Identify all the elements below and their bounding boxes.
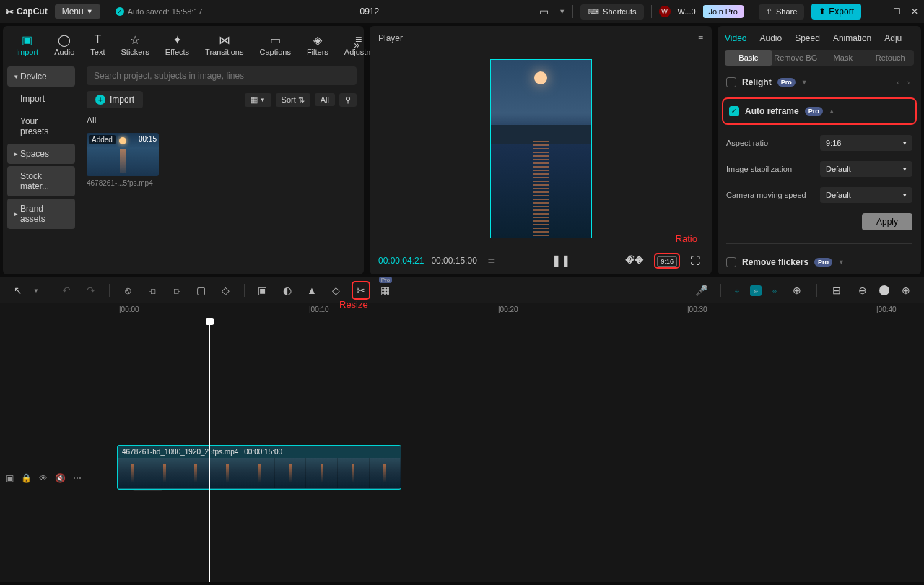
marker-tool[interactable]: ◇ bbox=[217, 281, 235, 300]
prop-nav-icons[interactable]: ‹ › bbox=[897, 79, 912, 87]
relight-row[interactable]: Relight Pro ▼ ‹ › bbox=[726, 77, 912, 87]
mirror-tool[interactable]: ▲ bbox=[302, 281, 321, 300]
relight-checkbox[interactable] bbox=[726, 77, 736, 87]
crop-tool[interactable]: ✂ bbox=[352, 281, 370, 300]
tab-import[interactable]: ▣Import bbox=[9, 30, 45, 59]
sidebar-item-stock[interactable]: Stock mater... bbox=[7, 166, 75, 196]
menu-button[interactable]: Menu ▼ bbox=[55, 4, 100, 19]
scale-icon[interactable]: �ි� bbox=[622, 253, 647, 268]
duplicate-tool[interactable]: ▣ bbox=[253, 281, 272, 300]
tab-effects[interactable]: ✦Effects bbox=[158, 30, 196, 59]
timeline-tracks[interactable]: ▣ 🔒 👁 🔇 ⋯ ✎ Cover 4678261-hd_1080_1920_2… bbox=[0, 321, 924, 582]
filter-all-button[interactable]: All bbox=[315, 93, 335, 106]
media-clip[interactable]: Added 00:15 4678261-...5fps.mp4 bbox=[87, 133, 159, 187]
pro-badge: Pro bbox=[805, 107, 823, 116]
user-avatar[interactable]: W bbox=[659, 6, 671, 17]
timeline-ruler[interactable]: |00:00 |00:10 |00:20 |00:30 |00:40 bbox=[116, 303, 924, 318]
subtab-basic[interactable]: Basic bbox=[725, 50, 772, 66]
tab-audio[interactable]: ◯Audio bbox=[47, 30, 82, 59]
remove-flickers-row[interactable]: Remove flickers Pro ▼ bbox=[726, 257, 912, 267]
pause-button[interactable]: ❚❚ bbox=[549, 252, 573, 269]
close-icon[interactable]: ✕ bbox=[911, 6, 918, 17]
zoom-slider[interactable] bbox=[879, 285, 889, 295]
track-more-icon[interactable]: ⋯ bbox=[73, 473, 82, 483]
sidebar-item-device[interactable]: ▾Device bbox=[7, 66, 75, 87]
track-visibility-icon[interactable]: 👁 bbox=[39, 473, 48, 483]
subtab-retouch[interactable]: Retouch bbox=[867, 50, 915, 66]
tab-transitions[interactable]: ⋈Transitions bbox=[198, 30, 250, 59]
view-grid-button[interactable]: ▦ ▼ bbox=[245, 93, 271, 107]
text-icon: T bbox=[95, 33, 102, 46]
mic-icon[interactable]: 🎤 bbox=[692, 281, 710, 300]
zoom-fit-icon[interactable]: ⊕ bbox=[897, 281, 915, 300]
track-mute-icon[interactable]: 🔇 bbox=[55, 473, 66, 483]
trim-right-tool[interactable]: ⟥ bbox=[167, 281, 186, 300]
sidebar-item-presets[interactable]: Your presets bbox=[7, 111, 75, 142]
share-button[interactable]: ⇧ Share bbox=[759, 4, 804, 20]
tabs-more-icon[interactable]: » bbox=[354, 39, 359, 51]
redo-button[interactable]: ↷ bbox=[82, 281, 100, 300]
search-input[interactable] bbox=[87, 66, 357, 85]
sidebar-item-import[interactable]: Import bbox=[7, 89, 75, 109]
tab-animation[interactable]: Animation bbox=[833, 33, 871, 41]
filter-icon-button[interactable]: ⚲ bbox=[339, 93, 357, 107]
playhead[interactable] bbox=[209, 321, 210, 582]
magnet-tool-2[interactable]: ⟐ bbox=[750, 285, 762, 296]
layout-icon[interactable]: ▭ bbox=[536, 4, 552, 19]
sidebar-item-brand[interactable]: ▸Brand assets bbox=[7, 199, 75, 229]
apply-button[interactable]: Apply bbox=[862, 213, 912, 230]
tab-filters[interactable]: ◈Filters bbox=[300, 30, 336, 59]
aspect-ratio-select[interactable]: 9:16▾ bbox=[820, 135, 912, 151]
media-thumbnails: Added 00:15 4678261-...5fps.mp4 bbox=[87, 133, 357, 187]
track-expand-icon[interactable]: ▣ bbox=[6, 473, 14, 483]
magnet-tool-1[interactable]: ⟐ bbox=[731, 285, 743, 296]
minimize-icon[interactable]: — bbox=[874, 6, 883, 17]
subtab-mask[interactable]: Mask bbox=[819, 50, 867, 66]
timeline-clip[interactable]: 4678261-hd_1080_1920_25fps.mp4 00:00:15:… bbox=[117, 445, 401, 490]
selection-tool[interactable]: ↖ bbox=[9, 281, 27, 300]
level-icon[interactable]: ≣ bbox=[484, 254, 499, 268]
chevron-up-icon[interactable]: ▲ bbox=[829, 108, 835, 115]
ratio-button[interactable]: 9:16 bbox=[657, 256, 677, 266]
enhance-tool[interactable]: ▦Pro bbox=[376, 281, 395, 300]
sort-button[interactable]: Sort ⇅ bbox=[276, 93, 310, 107]
join-pro-button[interactable]: Join Pro bbox=[703, 5, 744, 18]
split-tool[interactable]: ⎋ bbox=[118, 281, 137, 300]
chevron-down-icon[interactable]: ▼ bbox=[559, 8, 565, 15]
import-button[interactable]: + Import bbox=[87, 91, 143, 108]
trim-left-tool[interactable]: ⟤ bbox=[143, 281, 162, 300]
undo-button[interactable]: ↶ bbox=[57, 281, 76, 300]
tab-video[interactable]: Video bbox=[725, 33, 746, 41]
maximize-icon[interactable]: ☐ bbox=[893, 6, 901, 17]
chevron-down-icon[interactable]: ▼ bbox=[838, 259, 845, 266]
tab-captions[interactable]: ▭Captions bbox=[252, 30, 297, 59]
chevron-down-icon[interactable]: ▼ bbox=[33, 287, 39, 294]
zoom-in-icon[interactable]: ⊖ bbox=[853, 281, 872, 300]
rotate-tool[interactable]: ◇ bbox=[327, 281, 346, 300]
align-tool[interactable]: ⊕ bbox=[788, 281, 806, 300]
chevron-down-icon[interactable]: ▼ bbox=[801, 79, 808, 86]
zoom-out-icon[interactable]: ⊟ bbox=[827, 281, 846, 300]
remove-flickers-checkbox[interactable] bbox=[726, 257, 736, 267]
sidebar-item-spaces[interactable]: ▸Spaces bbox=[7, 144, 75, 164]
tab-stickers[interactable]: ☆Stickers bbox=[114, 30, 157, 59]
camera-speed-select[interactable]: Default▾ bbox=[820, 187, 912, 203]
tab-audio[interactable]: Audio bbox=[759, 33, 782, 41]
speed-tool[interactable]: ◐ bbox=[278, 281, 297, 300]
export-button[interactable]: ⬆ Export bbox=[811, 4, 861, 20]
auto-reframe-checkbox[interactable]: ✓ bbox=[729, 106, 739, 116]
track-lock-icon[interactable]: 🔒 bbox=[21, 473, 32, 483]
player-viewport[interactable] bbox=[370, 51, 712, 246]
shortcuts-button[interactable]: ⌨ Shortcuts bbox=[580, 4, 643, 20]
image-stab-select[interactable]: Default▾ bbox=[820, 161, 912, 177]
player-menu-icon[interactable]: ≡ bbox=[698, 33, 703, 43]
magnet-tool-3[interactable]: ⟐ bbox=[769, 285, 780, 296]
tab-speed[interactable]: Speed bbox=[795, 33, 820, 41]
subtab-removebg[interactable]: Remove BG bbox=[772, 50, 820, 66]
auto-reframe-row[interactable]: ✓ Auto reframe Pro ▲ bbox=[729, 106, 910, 116]
tab-text[interactable]: TText bbox=[83, 30, 112, 59]
fullscreen-icon[interactable]: ⛶ bbox=[687, 254, 703, 268]
delete-tool[interactable]: ▢ bbox=[192, 281, 211, 300]
tab-adjust[interactable]: Adju bbox=[884, 33, 902, 41]
relight-label: Relight bbox=[742, 77, 772, 87]
